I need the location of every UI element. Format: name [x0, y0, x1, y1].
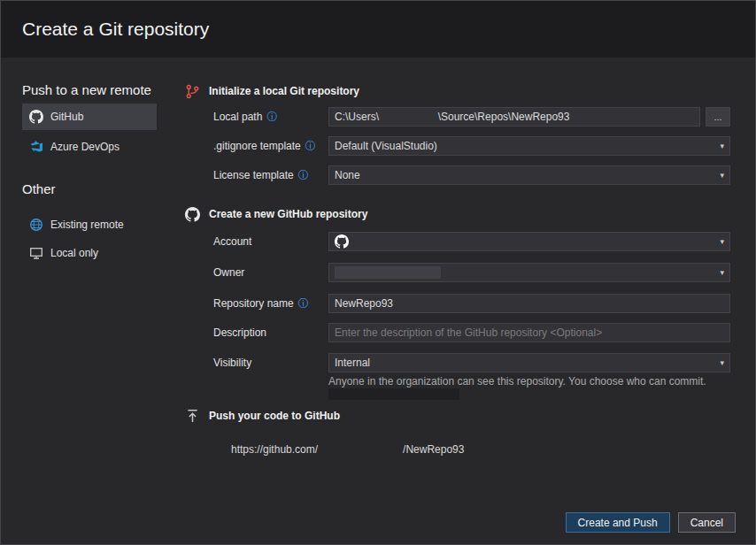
- chevron-down-icon: ▾: [720, 171, 724, 180]
- owner-dropdown[interactable]: ▾: [328, 263, 730, 282]
- init-section-header: Initialize a local Git repository: [185, 82, 359, 100]
- create-and-push-button[interactable]: Create and Push: [566, 512, 670, 533]
- owner-label: Owner: [213, 266, 244, 279]
- license-template-label: License template: [213, 169, 294, 181]
- info-icon[interactable]: ⓘ: [305, 141, 316, 151]
- git-branch-icon: [185, 84, 200, 99]
- cancel-button[interactable]: Cancel: [678, 512, 736, 533]
- sidebar-item-azure-devops[interactable]: Azure DevOps: [22, 134, 157, 160]
- account-label: Account: [213, 235, 251, 248]
- push-remote-heading: Push to a new remote: [22, 82, 151, 97]
- sidebar-item-existing-remote[interactable]: Existing remote: [22, 211, 157, 238]
- description-label: Description: [213, 326, 266, 339]
- chevron-down-icon: ▾: [720, 358, 724, 367]
- section-title: Create a new GitHub repository: [209, 208, 367, 220]
- section-title: Initialize a local Git repository: [209, 85, 359, 97]
- github-icon: [185, 207, 200, 222]
- github-icon: [29, 110, 43, 124]
- dropdown-value: Internal: [335, 357, 370, 369]
- github-section-header: Create a new GitHub repository: [185, 205, 367, 223]
- create-git-repo-dialog: Create a Git repository Push to a new re…: [0, 0, 756, 545]
- main-panel: Initialize a local Git repository Local …: [185, 1, 730, 544]
- sidebar-item-label: Azure DevOps: [50, 141, 120, 153]
- sidebar-item-label: GitHub: [50, 111, 83, 123]
- sidebar-item-label: Existing remote: [50, 219, 124, 231]
- redacted-owner-value: [335, 266, 441, 279]
- url-suffix: /NewRepo93: [403, 443, 464, 456]
- info-icon[interactable]: ⓘ: [298, 298, 309, 309]
- visibility-helper-text: Anyone in the organization can see this …: [328, 375, 730, 388]
- dropdown-value: Default (VisualStudio): [335, 140, 437, 152]
- computer-icon: [29, 246, 43, 260]
- license-template-dropdown[interactable]: None ▾: [328, 165, 730, 185]
- account-dropdown[interactable]: ▾: [328, 232, 730, 251]
- dropdown-value: None: [335, 169, 360, 181]
- chevron-down-icon: ▾: [720, 142, 724, 150]
- browse-button[interactable]: ...: [706, 107, 730, 127]
- info-icon[interactable]: ⓘ: [298, 170, 309, 180]
- push-section-header: Push your code to GitHub: [185, 407, 340, 425]
- gitignore-template-label: .gitignore template: [213, 140, 301, 152]
- local-path-label: Local path: [213, 111, 262, 123]
- section-title: Push your code to GitHub: [209, 410, 340, 422]
- visibility-label: Visibility: [213, 357, 251, 369]
- chevron-down-icon: ▾: [720, 268, 724, 277]
- local-path-input[interactable]: [328, 107, 700, 127]
- repository-url: https://github.com//NewRepo93: [213, 431, 464, 468]
- info-icon[interactable]: ⓘ: [266, 111, 277, 122]
- redacted-text-area: [328, 388, 459, 400]
- gitignore-template-dropdown[interactable]: Default (VisualStudio) ▾: [328, 136, 730, 156]
- repository-name-label: Repository name: [213, 297, 294, 310]
- sidebar-item-local-only[interactable]: Local only: [22, 240, 157, 266]
- dialog-footer: Create and Push Cancel: [566, 512, 736, 533]
- dialog-title: Create a Git repository: [22, 19, 209, 40]
- sidebar-item-github[interactable]: GitHub: [22, 104, 157, 130]
- visibility-dropdown[interactable]: Internal ▾: [328, 353, 730, 372]
- repository-name-input[interactable]: [328, 294, 730, 313]
- account-avatar: [335, 234, 349, 249]
- description-input[interactable]: [328, 323, 730, 342]
- azure-devops-icon: [29, 140, 43, 154]
- other-heading: Other: [22, 181, 56, 196]
- url-prefix: https://github.com/: [231, 443, 318, 456]
- chevron-down-icon: ▾: [720, 237, 724, 246]
- globe-icon: [29, 218, 43, 232]
- push-arrow-icon: [185, 409, 200, 424]
- sidebar-item-label: Local only: [50, 247, 98, 259]
